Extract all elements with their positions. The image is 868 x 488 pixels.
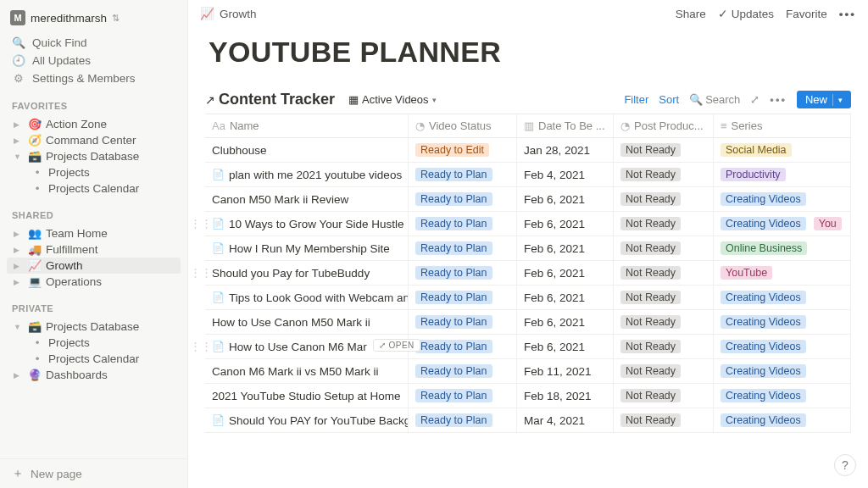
cell-name[interactable]: 📄10 Ways to Grow Your Side Hustle in 2: [205, 212, 409, 236]
favorites-item[interactable]: ▶🎯Action Zone: [7, 116, 181, 132]
drag-handle-icon[interactable]: ⋮⋮: [190, 266, 212, 281]
drag-handle-icon[interactable]: ⋮⋮: [190, 340, 212, 355]
row-handle[interactable]: ＋⋮⋮: [188, 266, 212, 281]
cell-post[interactable]: Not Ready: [614, 236, 714, 261]
table-row[interactable]: 📄plan with me 2021 youtube videosReady t…: [205, 163, 851, 187]
cell-post[interactable]: Not Ready: [614, 163, 714, 187]
cell-name[interactable]: 📄How I Run My Membership Site: [205, 236, 409, 261]
cell-series[interactable]: YouTube: [714, 261, 851, 286]
cell-post[interactable]: Not Ready: [614, 310, 714, 335]
cell-name[interactable]: 📄Tips to Look Good with Webcam and: [205, 286, 409, 310]
cell-name[interactable]: Clubhouse: [205, 138, 409, 163]
row-handle[interactable]: ＋⋮⋮: [188, 340, 212, 355]
table-row[interactable]: 📄How to Use Canon M6 MarReady to PlanFeb…: [205, 335, 851, 359]
cell-post[interactable]: Not Ready: [614, 408, 714, 433]
cell-series[interactable]: Creating Videos: [714, 384, 851, 408]
cell-post[interactable]: Not Ready: [614, 335, 714, 359]
database-title[interactable]: ↗ Content Tracker: [205, 91, 335, 108]
col-post[interactable]: ◔Post Produc...: [614, 114, 714, 138]
private-item[interactable]: ▶🔮Dashboards: [7, 367, 181, 383]
cell-post[interactable]: Not Ready: [614, 359, 714, 384]
cell-name[interactable]: Should you Pay for TubeBuddy: [205, 261, 409, 286]
favorites-child-item[interactable]: •Projects: [7, 164, 181, 180]
cell-status[interactable]: Ready to Plan: [409, 261, 517, 286]
table-row[interactable]: Canon M50 Mark ii ReviewReady to PlanFeb…: [205, 187, 851, 212]
cell-date[interactable]: Feb 6, 2021: [517, 310, 614, 335]
cell-series[interactable]: Online Business: [714, 236, 851, 261]
table-row[interactable]: How to Use Canon M50 Mark iiReady to Pla…: [205, 310, 851, 335]
drag-handle-icon[interactable]: ⋮⋮: [190, 217, 212, 232]
cell-status[interactable]: Ready to Plan: [409, 384, 517, 408]
cell-post[interactable]: Not Ready: [614, 138, 714, 163]
table-row[interactable]: 📄Tips to Look Good with Webcam andReady …: [205, 286, 851, 310]
cell-status[interactable]: Ready to Plan: [409, 286, 517, 310]
cell-series[interactable]: Creating Videos: [714, 335, 851, 359]
favorites-child-item[interactable]: •Projects Calendar: [7, 180, 181, 197]
cell-series[interactable]: Productivity: [714, 163, 851, 187]
cell-series[interactable]: Creating Videos: [714, 408, 851, 433]
cell-date[interactable]: Mar 4, 2021: [517, 408, 614, 433]
workspace-switcher[interactable]: M meredithmarsh ⇅: [0, 7, 187, 32]
cell-date[interactable]: Feb 6, 2021: [517, 286, 614, 310]
shared-item[interactable]: ▶👥Team Home: [7, 225, 181, 241]
cell-series[interactable]: Creating Videos: [714, 359, 851, 384]
cell-status[interactable]: Ready to Plan: [409, 359, 517, 384]
cell-status[interactable]: Ready to Plan: [409, 212, 517, 236]
cell-name[interactable]: How to Use Canon M50 Mark ii: [205, 310, 409, 335]
col-date[interactable]: ▥Date To Be ...: [517, 114, 614, 138]
favorites-item[interactable]: ▼🗃️Projects Database: [7, 148, 181, 164]
cell-date[interactable]: Feb 6, 2021: [517, 187, 614, 212]
open-page-chip[interactable]: ⤢OPEN: [373, 339, 420, 352]
db-more-button[interactable]: •••: [770, 93, 787, 106]
table-row[interactable]: Should you Pay for TubeBuddyReady to Pla…: [205, 261, 851, 286]
caret-icon[interactable]: ▶: [14, 120, 24, 129]
help-button[interactable]: ?: [834, 454, 856, 476]
cell-name[interactable]: 2021 YouTube Studio Setup at Home: [205, 384, 409, 408]
settings-members[interactable]: ⚙ Settings & Members: [7, 69, 181, 87]
caret-icon[interactable]: ▶: [14, 136, 24, 145]
cell-date[interactable]: Feb 18, 2021: [517, 384, 614, 408]
table-row[interactable]: 📄Should You PAY for YouTube BackgroReady…: [205, 408, 851, 433]
search-button[interactable]: 🔍 Search: [689, 93, 740, 106]
table-row[interactable]: Canon M6 Mark ii vs M50 Mark iiReady to …: [205, 359, 851, 384]
filter-button[interactable]: Filter: [624, 93, 648, 106]
favorites-item[interactable]: ▶🧭Command Center: [7, 132, 181, 148]
cell-post[interactable]: Not Ready: [614, 286, 714, 310]
cell-status[interactable]: Ready to Edit: [409, 138, 517, 163]
cell-series[interactable]: Creating Videos: [714, 286, 851, 310]
favorite-button[interactable]: Favorite: [786, 8, 827, 20]
cell-name[interactable]: Canon M50 Mark ii Review: [205, 187, 409, 212]
caret-icon[interactable]: ▶: [14, 371, 24, 380]
view-switcher[interactable]: ▦ Active Videos ▾: [343, 92, 442, 108]
table-row[interactable]: ClubhouseReady to EditJan 28, 2021Not Re…: [205, 138, 851, 163]
cell-status[interactable]: Ready to Plan: [409, 187, 517, 212]
share-button[interactable]: Share: [676, 8, 706, 20]
cell-status[interactable]: Ready to Plan: [409, 236, 517, 261]
quick-find[interactable]: 🔍 Quick Find: [7, 34, 181, 52]
private-child-item[interactable]: •Projects Calendar: [7, 351, 181, 367]
row-handle[interactable]: ＋⋮⋮: [188, 217, 212, 232]
updates-button[interactable]: ✓ Updates: [718, 7, 774, 20]
cell-date[interactable]: Feb 4, 2021: [517, 163, 614, 187]
all-updates[interactable]: 🕘 All Updates: [7, 52, 181, 69]
cell-status[interactable]: Ready to Plan: [409, 335, 517, 359]
cell-date[interactable]: Feb 6, 2021: [517, 261, 614, 286]
table-row[interactable]: 2021 YouTube Studio Setup at HomeReady t…: [205, 384, 851, 408]
caret-icon[interactable]: ▼: [14, 152, 24, 161]
cell-name[interactable]: Canon M6 Mark ii vs M50 Mark ii: [205, 359, 409, 384]
cell-status[interactable]: Ready to Plan: [409, 310, 517, 335]
cell-status[interactable]: Ready to Plan: [409, 408, 517, 433]
cell-date[interactable]: Feb 6, 2021: [517, 212, 614, 236]
col-series[interactable]: ≡Series: [714, 114, 851, 138]
cell-date[interactable]: Feb 6, 2021: [517, 335, 614, 359]
sort-button[interactable]: Sort: [659, 93, 679, 106]
shared-item[interactable]: ▶🚚Fulfillment: [7, 241, 181, 258]
cell-series[interactable]: Creating Videos: [714, 187, 851, 212]
caret-icon[interactable]: ▶: [14, 230, 24, 238]
caret-icon[interactable]: ▼: [14, 323, 24, 331]
cell-post[interactable]: Not Ready: [614, 187, 714, 212]
cell-series[interactable]: Social Media: [714, 138, 851, 163]
new-button[interactable]: New ▾: [797, 91, 851, 108]
caret-icon[interactable]: ▶: [14, 246, 24, 254]
cell-post[interactable]: Not Ready: [614, 261, 714, 286]
